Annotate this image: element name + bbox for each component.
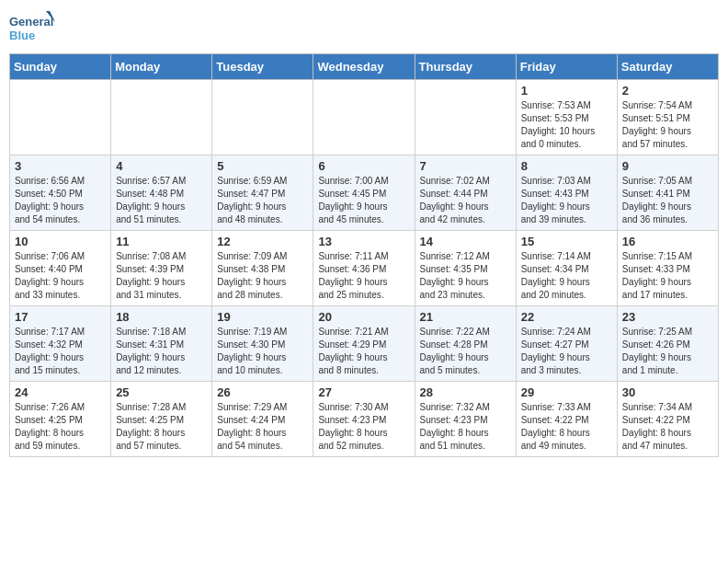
calendar-cell: 8Sunrise: 7:03 AM Sunset: 4:43 PM Daylig… [516, 155, 617, 231]
day-number: 2 [622, 84, 713, 98]
day-info: Sunrise: 7:18 AM Sunset: 4:31 PM Dayligh… [116, 326, 207, 377]
calendar-cell: 26Sunrise: 7:29 AM Sunset: 4:24 PM Dayli… [212, 382, 313, 457]
day-info: Sunrise: 6:57 AM Sunset: 4:48 PM Dayligh… [116, 175, 207, 226]
calendar-cell: 12Sunrise: 7:09 AM Sunset: 4:38 PM Dayli… [212, 231, 313, 306]
day-number: 4 [116, 159, 207, 173]
day-number: 5 [217, 159, 308, 173]
day-info: Sunrise: 7:03 AM Sunset: 4:43 PM Dayligh… [521, 175, 612, 226]
svg-text:General: General [9, 15, 53, 29]
weekday-header-sunday: Sunday [10, 54, 111, 80]
weekday-header-thursday: Thursday [415, 54, 516, 80]
day-info: Sunrise: 7:28 AM Sunset: 4:25 PM Dayligh… [116, 401, 207, 453]
day-info: Sunrise: 7:22 AM Sunset: 4:28 PM Dayligh… [420, 326, 511, 377]
day-number: 23 [622, 310, 713, 324]
day-number: 26 [217, 385, 308, 399]
calendar-cell: 18Sunrise: 7:18 AM Sunset: 4:31 PM Dayli… [111, 306, 212, 382]
calendar-cell: 5Sunrise: 6:59 AM Sunset: 4:47 PM Daylig… [212, 155, 313, 231]
calendar-cell: 14Sunrise: 7:12 AM Sunset: 4:35 PM Dayli… [415, 231, 516, 306]
logo-svg: General Blue [9, 9, 55, 48]
calendar-cell: 2Sunrise: 7:54 AM Sunset: 5:51 PM Daylig… [617, 80, 718, 155]
calendar-cell: 23Sunrise: 7:25 AM Sunset: 4:26 PM Dayli… [617, 306, 718, 382]
weekday-header-tuesday: Tuesday [212, 54, 313, 80]
calendar-cell: 4Sunrise: 6:57 AM Sunset: 4:48 PM Daylig… [111, 155, 212, 231]
calendar-table: SundayMondayTuesdayWednesdayThursdayFrid… [9, 53, 719, 457]
day-number: 27 [318, 385, 409, 399]
weekday-header-monday: Monday [111, 54, 212, 80]
day-info: Sunrise: 7:54 AM Sunset: 5:51 PM Dayligh… [622, 99, 713, 151]
day-info: Sunrise: 7:21 AM Sunset: 4:29 PM Dayligh… [318, 326, 409, 377]
day-number: 17 [15, 310, 106, 324]
calendar-header-row: SundayMondayTuesdayWednesdayThursdayFrid… [10, 54, 719, 80]
day-number: 3 [15, 159, 106, 173]
day-number: 15 [521, 235, 612, 248]
day-number: 29 [521, 385, 612, 399]
day-info: Sunrise: 7:09 AM Sunset: 4:38 PM Dayligh… [217, 250, 308, 302]
day-info: Sunrise: 7:15 AM Sunset: 4:33 PM Dayligh… [622, 250, 713, 302]
day-number: 18 [116, 310, 207, 324]
day-info: Sunrise: 7:29 AM Sunset: 4:24 PM Dayligh… [217, 401, 308, 453]
calendar-cell: 17Sunrise: 7:17 AM Sunset: 4:32 PM Dayli… [10, 306, 111, 382]
calendar-cell [415, 80, 516, 155]
calendar-week-row: 3Sunrise: 6:56 AM Sunset: 4:50 PM Daylig… [10, 155, 719, 231]
calendar-cell: 21Sunrise: 7:22 AM Sunset: 4:28 PM Dayli… [415, 306, 516, 382]
calendar-cell: 7Sunrise: 7:02 AM Sunset: 4:44 PM Daylig… [415, 155, 516, 231]
page-header: General Blue [9, 9, 719, 48]
day-info: Sunrise: 6:56 AM Sunset: 4:50 PM Dayligh… [15, 175, 106, 226]
calendar-cell: 9Sunrise: 7:05 AM Sunset: 4:41 PM Daylig… [617, 155, 718, 231]
day-number: 8 [521, 159, 612, 173]
day-number: 11 [116, 235, 207, 248]
calendar-cell: 16Sunrise: 7:15 AM Sunset: 4:33 PM Dayli… [617, 231, 718, 306]
calendar-cell: 10Sunrise: 7:06 AM Sunset: 4:40 PM Dayli… [10, 231, 111, 306]
day-number: 22 [521, 310, 612, 324]
calendar-cell: 13Sunrise: 7:11 AM Sunset: 4:36 PM Dayli… [313, 231, 415, 306]
day-number: 6 [318, 159, 409, 173]
day-info: Sunrise: 7:53 AM Sunset: 5:53 PM Dayligh… [521, 99, 612, 151]
calendar-week-row: 17Sunrise: 7:17 AM Sunset: 4:32 PM Dayli… [10, 306, 719, 382]
day-info: Sunrise: 7:24 AM Sunset: 4:27 PM Dayligh… [521, 326, 612, 377]
day-info: Sunrise: 7:34 AM Sunset: 4:22 PM Dayligh… [622, 401, 713, 453]
calendar-week-row: 1Sunrise: 7:53 AM Sunset: 5:53 PM Daylig… [10, 80, 719, 155]
day-number: 9 [622, 159, 713, 173]
calendar-week-row: 10Sunrise: 7:06 AM Sunset: 4:40 PM Dayli… [10, 231, 719, 306]
calendar-cell: 28Sunrise: 7:32 AM Sunset: 4:23 PM Dayli… [415, 382, 516, 457]
day-info: Sunrise: 6:59 AM Sunset: 4:47 PM Dayligh… [217, 175, 308, 226]
weekday-header-saturday: Saturday [617, 54, 718, 80]
day-info: Sunrise: 7:02 AM Sunset: 4:44 PM Dayligh… [420, 175, 511, 226]
calendar-cell: 25Sunrise: 7:28 AM Sunset: 4:25 PM Dayli… [111, 382, 212, 457]
calendar-cell: 20Sunrise: 7:21 AM Sunset: 4:29 PM Dayli… [313, 306, 415, 382]
calendar-cell: 22Sunrise: 7:24 AM Sunset: 4:27 PM Dayli… [516, 306, 617, 382]
day-info: Sunrise: 7:19 AM Sunset: 4:30 PM Dayligh… [217, 326, 308, 377]
calendar-week-row: 24Sunrise: 7:26 AM Sunset: 4:25 PM Dayli… [10, 382, 719, 457]
day-info: Sunrise: 7:30 AM Sunset: 4:23 PM Dayligh… [318, 401, 409, 453]
day-info: Sunrise: 7:12 AM Sunset: 4:35 PM Dayligh… [420, 250, 511, 302]
day-info: Sunrise: 7:00 AM Sunset: 4:45 PM Dayligh… [318, 175, 409, 226]
day-number: 7 [420, 159, 511, 173]
day-number: 25 [116, 385, 207, 399]
day-info: Sunrise: 7:06 AM Sunset: 4:40 PM Dayligh… [15, 250, 106, 302]
calendar-cell: 15Sunrise: 7:14 AM Sunset: 4:34 PM Dayli… [516, 231, 617, 306]
calendar-cell: 11Sunrise: 7:08 AM Sunset: 4:39 PM Dayli… [111, 231, 212, 306]
logo: General Blue [9, 9, 55, 48]
day-number: 21 [420, 310, 511, 324]
day-number: 24 [15, 385, 106, 399]
calendar-cell: 6Sunrise: 7:00 AM Sunset: 4:45 PM Daylig… [313, 155, 415, 231]
day-info: Sunrise: 7:33 AM Sunset: 4:22 PM Dayligh… [521, 401, 612, 453]
day-info: Sunrise: 7:25 AM Sunset: 4:26 PM Dayligh… [622, 326, 713, 377]
day-number: 14 [420, 235, 511, 248]
calendar-cell: 3Sunrise: 6:56 AM Sunset: 4:50 PM Daylig… [10, 155, 111, 231]
calendar-cell: 24Sunrise: 7:26 AM Sunset: 4:25 PM Dayli… [10, 382, 111, 457]
calendar-cell: 27Sunrise: 7:30 AM Sunset: 4:23 PM Dayli… [313, 382, 415, 457]
day-number: 28 [420, 385, 511, 399]
day-number: 16 [622, 235, 713, 248]
day-number: 1 [521, 84, 612, 98]
calendar-cell [111, 80, 212, 155]
day-number: 30 [622, 385, 713, 399]
day-info: Sunrise: 7:32 AM Sunset: 4:23 PM Dayligh… [420, 401, 511, 453]
svg-text:Blue: Blue [9, 29, 35, 42]
day-number: 12 [217, 235, 308, 248]
calendar-cell [313, 80, 415, 155]
calendar-cell [212, 80, 313, 155]
weekday-header-friday: Friday [516, 54, 617, 80]
calendar-cell: 30Sunrise: 7:34 AM Sunset: 4:22 PM Dayli… [617, 382, 718, 457]
weekday-header-wednesday: Wednesday [313, 54, 415, 80]
